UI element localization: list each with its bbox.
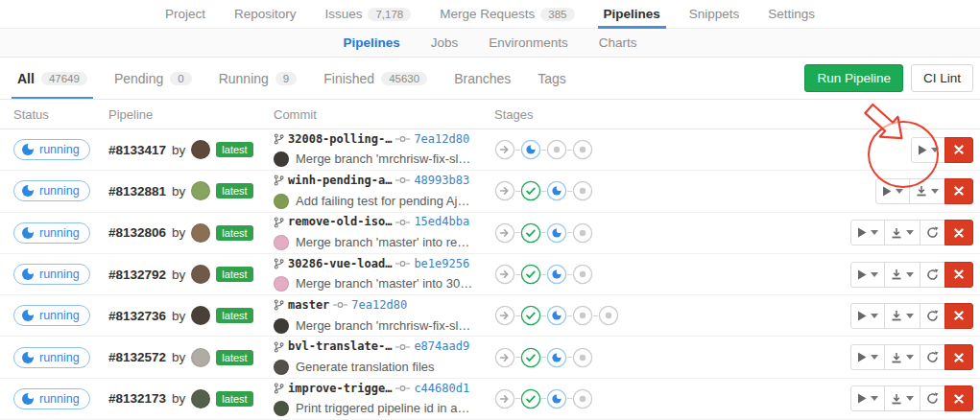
commit-message-link[interactable]: Merge branch 'mrchrisw-fix-sl…	[296, 316, 470, 336]
commit-message-link[interactable]: Generate translation files	[296, 358, 435, 377]
branch-name-link[interactable]: winh-pending-a…	[288, 172, 392, 190]
stage-icon-created[interactable]	[572, 347, 593, 368]
stage-icon-skipped[interactable]	[494, 222, 515, 244]
stage-icon-running[interactable]	[546, 264, 567, 285]
commit-author-avatar[interactable]	[274, 360, 289, 375]
pipeline-status-badge[interactable]: running	[13, 264, 90, 285]
branch-name-link[interactable]: remove-old-iso…	[288, 213, 392, 231]
subnav-item-jobs[interactable]: Jobs	[419, 35, 470, 50]
stage-icon-created[interactable]	[572, 264, 593, 285]
subnav-item-charts[interactable]: Charts	[587, 35, 649, 50]
stage-icon-skipped[interactable]	[494, 305, 515, 326]
pipeline-user-avatar[interactable]	[191, 348, 210, 367]
stage-icon-success[interactable]	[520, 305, 541, 326]
run-pipeline-button[interactable]: Run Pipeline	[804, 64, 903, 92]
stage-icon-skipped[interactable]	[494, 388, 515, 409]
stage-icon-created[interactable]	[546, 139, 567, 160]
cancel-pipeline-button[interactable]	[944, 220, 973, 245]
pipeline-number-link[interactable]: #8132881	[108, 184, 166, 198]
branch-name-link[interactable]: 30286-vue-load…	[288, 255, 392, 273]
commit-sha-link[interactable]: 15ed4bba	[414, 213, 469, 231]
commit-sha-link[interactable]: 7ea12d80	[351, 296, 407, 315]
commit-author-avatar[interactable]	[274, 276, 289, 292]
subnav-item-pipelines[interactable]: Pipelines	[331, 35, 411, 50]
commit-sha-link[interactable]: c44680d1	[414, 380, 469, 398]
commit-message-link[interactable]: Merge branch 'mrchrisw-fix-sl…	[296, 150, 470, 169]
commit-message-link[interactable]: Merge branch 'master' into 30…	[296, 274, 472, 293]
stage-icon-success[interactable]	[520, 222, 541, 244]
play-pipeline-button[interactable]	[850, 220, 885, 245]
commit-author-avatar[interactable]	[274, 401, 289, 416]
tab-all[interactable]: All47649	[4, 58, 101, 99]
commit-message-link[interactable]: Print triggered pipeline id in a…	[296, 399, 469, 418]
commit-message-link[interactable]: Add failing test for pending Aj…	[296, 192, 469, 211]
play-pipeline-button[interactable]	[850, 385, 885, 411]
commit-author-avatar[interactable]	[274, 235, 289, 250]
cancel-pipeline-button[interactable]	[944, 262, 973, 288]
nav-item-pipelines[interactable]: Pipelines	[592, 0, 672, 28]
stage-icon-running[interactable]	[546, 347, 567, 368]
pipeline-user-avatar[interactable]	[191, 265, 210, 284]
commit-sha-link[interactable]: 48993b83	[414, 172, 469, 190]
branch-name-link[interactable]: bvl-translate-…	[288, 338, 392, 356]
branch-name-link[interactable]: master	[288, 296, 329, 315]
retry-pipeline-button[interactable]	[920, 303, 945, 329]
pipeline-number-link[interactable]: #8132792	[108, 268, 166, 282]
download-artifacts-button[interactable]	[884, 220, 920, 245]
pipeline-number-link[interactable]: #8132173	[108, 391, 166, 406]
stage-icon-created[interactable]	[598, 305, 619, 326]
cancel-pipeline-button[interactable]	[944, 137, 973, 163]
retry-pipeline-button[interactable]	[920, 344, 945, 370]
commit-sha-link[interactable]: e874aad9	[414, 338, 469, 356]
stage-icon-running[interactable]	[546, 388, 567, 409]
commit-message-link[interactable]: Merge branch 'master' into re…	[296, 233, 469, 252]
stage-icon-running[interactable]	[546, 180, 567, 201]
play-pipeline-button[interactable]	[850, 344, 885, 370]
tab-running[interactable]: Running9	[205, 58, 311, 99]
stage-icon-skipped[interactable]	[494, 139, 515, 160]
download-artifacts-button[interactable]	[884, 344, 920, 370]
stage-icon-created[interactable]	[572, 139, 593, 160]
branch-name-link[interactable]: 32008-polling-…	[288, 130, 392, 149]
stage-icon-success[interactable]	[520, 347, 541, 368]
nav-item-settings[interactable]: Settings	[756, 0, 826, 28]
stage-icon-success[interactable]	[520, 264, 541, 285]
subnav-item-environments[interactable]: Environments	[477, 35, 580, 50]
pipeline-number-link[interactable]: #8132572	[108, 350, 166, 364]
tab-finished[interactable]: Finished45630	[310, 58, 441, 99]
cancel-pipeline-button[interactable]	[944, 344, 973, 370]
stage-icon-skipped[interactable]	[494, 264, 515, 285]
tab-pending[interactable]: Pending0	[101, 58, 205, 99]
pipeline-status-badge[interactable]: running	[13, 139, 90, 160]
ci-lint-button[interactable]: CI Lint	[911, 64, 973, 92]
branch-name-link[interactable]: improve-trigge…	[288, 380, 392, 398]
nav-item-issues[interactable]: Issues7,178	[313, 0, 422, 28]
retry-pipeline-button[interactable]	[920, 220, 945, 245]
pipeline-status-badge[interactable]: running	[13, 222, 90, 244]
stage-icon-created[interactable]	[572, 180, 593, 201]
play-pipeline-button[interactable]	[850, 303, 885, 329]
stage-icon-created[interactable]	[572, 388, 593, 409]
play-pipeline-button[interactable]	[875, 178, 910, 204]
pipeline-status-badge[interactable]: running	[13, 388, 90, 409]
stage-icon-running[interactable]	[520, 139, 541, 160]
cancel-pipeline-button[interactable]	[944, 385, 973, 411]
tab-tags[interactable]: Tags	[524, 58, 580, 99]
retry-pipeline-button[interactable]	[920, 385, 945, 411]
stage-icon-running[interactable]	[546, 222, 567, 244]
pipeline-user-avatar[interactable]	[191, 306, 210, 325]
commit-author-avatar[interactable]	[274, 152, 289, 167]
download-artifacts-button[interactable]	[884, 303, 920, 329]
commit-author-avatar[interactable]	[274, 318, 289, 334]
stage-icon-success[interactable]	[520, 388, 541, 409]
play-pipeline-button[interactable]	[911, 137, 945, 163]
stage-icon-skipped[interactable]	[494, 347, 515, 368]
pipeline-status-badge[interactable]: running	[13, 180, 90, 201]
cancel-pipeline-button[interactable]	[944, 303, 973, 329]
tab-branches[interactable]: Branches	[441, 58, 524, 99]
play-pipeline-button[interactable]	[850, 262, 885, 288]
download-artifacts-button[interactable]	[909, 178, 945, 204]
commit-author-avatar[interactable]	[274, 194, 289, 209]
pipeline-number-link[interactable]: #8133417	[108, 143, 166, 157]
retry-pipeline-button[interactable]	[920, 262, 945, 288]
